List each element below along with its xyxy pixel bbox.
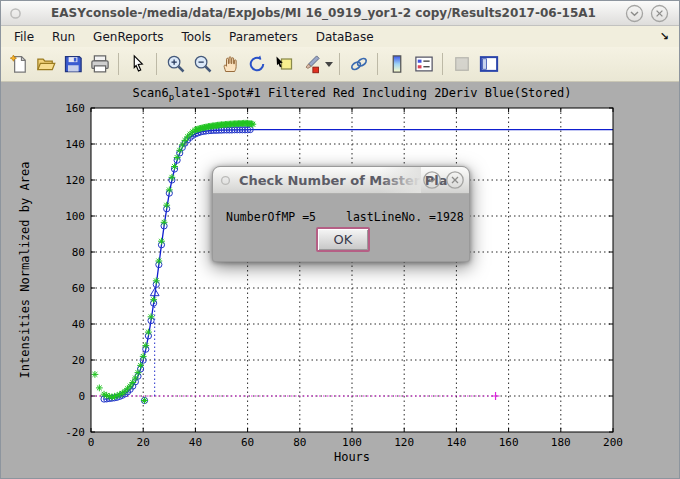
last-line-no-value: lastLineNo. =1928 [346,210,464,224]
ok-button[interactable]: OK [316,227,370,252]
figure-toolbar [1,47,679,82]
plot-canvas: 020406080100120140160180200-200204060801… [1,82,679,478]
svg-text:Hours: Hours [334,450,370,464]
svg-text:100: 100 [342,436,362,449]
window-menu-icon[interactable] [9,7,22,20]
insert-legend-button[interactable] [410,51,437,78]
toolbar-separator [442,53,443,75]
toolbar-separator [156,53,157,75]
dialog-close-button[interactable] [445,170,465,194]
window-shade-button[interactable] [625,4,644,23]
zoom-in-button[interactable] [162,51,189,78]
dialog-title-fade [379,167,421,193]
svg-text:Intensities Normalized by Area: Intensities Normalized by Area [18,162,32,379]
zoom-out-button[interactable] [189,51,216,78]
dock-arrow-icon[interactable]: ↘ [660,30,669,43]
svg-text:180: 180 [551,436,571,449]
svg-text:40: 40 [72,318,85,331]
menubar: File Run GenReports Tools Parameters Dat… [1,26,679,47]
svg-text:80: 80 [293,436,306,449]
check-master-plates-dialog: Check Number of Master Pla NumberOfMP =5… [212,166,470,262]
brush-button[interactable] [297,51,324,78]
svg-text:140: 140 [65,138,85,151]
svg-text:160: 160 [499,436,519,449]
window-close-button[interactable] [650,4,669,23]
pointer-tool-button[interactable] [124,51,151,78]
svg-text:-20: -20 [65,426,85,439]
data-cursor-button[interactable] [270,51,297,78]
new-file-button[interactable] [5,51,32,78]
svg-text:200: 200 [603,436,623,449]
app-window: EASYconsole-/media/data/ExpJobs/MI 16_09… [0,0,680,479]
link-plots-button[interactable] [345,51,372,78]
insert-colorbar-button[interactable] [383,51,410,78]
svg-text:60: 60 [72,282,85,295]
dialog-menu-icon[interactable] [220,175,231,186]
brush-dropdown-button[interactable] [324,51,334,78]
svg-text:40: 40 [189,436,202,449]
svg-text:0: 0 [78,390,85,403]
menu-run[interactable]: Run [43,28,84,46]
open-file-button[interactable] [32,51,59,78]
toolbar-separator [118,53,119,75]
svg-text:20: 20 [137,436,150,449]
print-button[interactable] [86,51,113,78]
pan-hand-button[interactable] [216,51,243,78]
svg-text:160: 160 [65,102,85,115]
svg-text:0: 0 [88,436,95,449]
menu-genreports[interactable]: GenReports [84,28,172,46]
toolbar-separator [339,53,340,75]
rotate-3d-button[interactable] [243,51,270,78]
menu-parameters[interactable]: Parameters [220,28,307,46]
dialog-message: NumberOfMP =5 lastLineNo. =1928 [226,210,469,224]
menu-tools[interactable]: Tools [172,28,220,46]
dialog-titlebar[interactable]: Check Number of Master Pla [213,167,469,194]
show-plot-tools-button[interactable] [475,51,502,78]
svg-text:100: 100 [65,210,85,223]
save-button[interactable] [59,51,86,78]
dialog-shade-button[interactable] [422,170,442,194]
svg-text:20: 20 [72,354,85,367]
number-of-mp-value: NumberOfMP =5 [226,210,316,224]
menu-file[interactable]: File [5,28,43,46]
svg-text:120: 120 [65,174,85,187]
svg-text:80: 80 [72,246,85,259]
figure-area: Scan6plate1-Spot#1 Filtered Red Includin… [1,82,679,479]
hide-plot-tools-button[interactable] [448,51,475,78]
window-title: EASYconsole-/media/data/ExpJobs/MI 16_09… [22,6,625,20]
menu-database[interactable]: DataBase [307,28,383,46]
svg-text:60: 60 [241,436,254,449]
svg-text:140: 140 [446,436,466,449]
svg-text:120: 120 [394,436,414,449]
toolbar-separator [377,53,378,75]
window-titlebar[interactable]: EASYconsole-/media/data/ExpJobs/MI 16_09… [1,1,679,26]
